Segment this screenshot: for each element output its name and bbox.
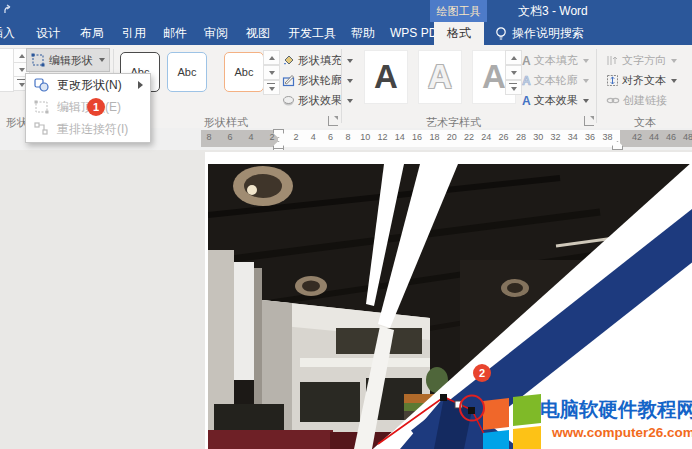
menu-item-change-shape[interactable]: 更改形状(N)	[26, 74, 150, 96]
ruler-number: 16	[412, 132, 422, 142]
ruler-number: 26	[499, 132, 509, 142]
text-outline-button[interactable]: A 文本轮廓	[522, 73, 589, 88]
ruler-number: 6	[227, 132, 232, 142]
tab-2[interactable]: 布局	[80, 22, 104, 45]
text-effects-button[interactable]: A 文本效果	[522, 93, 589, 108]
ruler-number: 18	[429, 132, 439, 142]
ruler-number: 44	[649, 132, 659, 142]
tell-me-search[interactable]: 操作说明搜索	[512, 22, 584, 45]
text-outline-icon: A	[522, 74, 531, 88]
ruler-number: 22	[464, 132, 474, 142]
wordart-scroll-down[interactable]	[505, 65, 522, 80]
text-fill-button[interactable]: A 文本填充	[522, 53, 589, 68]
group-separator	[596, 49, 597, 123]
wordart-more[interactable]	[505, 80, 522, 95]
tab-3[interactable]: 引用	[122, 22, 146, 45]
pencil-outline-icon	[282, 74, 295, 87]
shape-outline-button[interactable]: 形状轮廓	[282, 73, 353, 88]
ruler-number: 24	[481, 132, 491, 142]
tab-1[interactable]: 设计	[36, 22, 60, 45]
ruler-number: 14	[395, 132, 405, 142]
ruler-number: 34	[568, 132, 578, 142]
submenu-arrow-icon	[138, 81, 143, 89]
text-direction-button[interactable]: 文字方向	[606, 53, 677, 68]
document-picture: 电脑软硬件教程网 www.computer26.com 2	[205, 152, 692, 449]
change-shape-icon	[34, 78, 49, 92]
ruler-number: 2	[293, 132, 298, 142]
shape-effects-button[interactable]: 形状效果	[282, 93, 353, 108]
quick-access-icon[interactable]	[2, 3, 16, 17]
shape-styles-scroll-down[interactable]	[263, 65, 280, 80]
reroute-connectors-icon	[34, 122, 49, 136]
shape-style-2[interactable]: Abc	[167, 52, 207, 92]
ruler-number: 48	[683, 132, 692, 142]
edit-shape-button[interactable]: 编辑形状	[26, 48, 110, 72]
create-link-button[interactable]: 创建链接	[606, 93, 667, 108]
contextual-tab-header: 绘图工具	[430, 0, 487, 22]
ruler-left-margin	[201, 130, 278, 147]
document-canvas: 电脑软硬件教程网 www.computer26.com 2	[0, 150, 692, 449]
align-text-icon	[606, 74, 619, 87]
text-direction-icon	[606, 54, 619, 67]
ruler-number: 42	[632, 132, 642, 142]
ruler-number: 30	[533, 132, 543, 142]
chevron-down-icon	[99, 58, 105, 62]
step-2-badge-number: 2	[479, 367, 485, 379]
edit-points-icon	[34, 100, 49, 114]
paint-bucket-icon	[282, 54, 295, 67]
wordart-style-1[interactable]: A	[364, 50, 408, 104]
tab-6[interactable]: 视图	[246, 22, 270, 45]
wordart-dialog-launcher[interactable]	[584, 116, 594, 126]
ruler-number: 4	[248, 132, 253, 142]
shape-styles-scroll-up[interactable]	[263, 50, 280, 65]
ruler-number: 8	[206, 132, 211, 142]
edit-shape-label: 编辑形状	[49, 53, 93, 68]
tab-format[interactable]: 格式	[434, 22, 484, 45]
wordart-style-2[interactable]: A	[418, 50, 462, 104]
word-window: 绘图工具 文档3 - Word 插入设计布局引用邮件审阅视图开发工具帮助WPS …	[0, 0, 692, 449]
tab-8[interactable]: 帮助	[351, 22, 375, 45]
ruler-number: 46	[666, 132, 676, 142]
ruler-number: 36	[585, 132, 595, 142]
watermark-site-url: www.computer26.com	[551, 425, 692, 440]
title-bar	[0, 0, 692, 22]
ruler-number: 6	[328, 132, 333, 142]
tab-4[interactable]: 邮件	[163, 22, 187, 45]
ruler-number: 12	[377, 132, 387, 142]
edit-shape-icon	[31, 53, 45, 67]
chain-link-icon	[606, 94, 620, 107]
watermark-site-name: 电脑软硬件教程网	[540, 398, 692, 420]
ruler-number: 10	[360, 132, 370, 142]
document-title: 文档3 - Word	[518, 0, 588, 22]
ruler-number: 28	[516, 132, 526, 142]
ribbon-tab-bar: 插入设计布局引用邮件审阅视图开发工具帮助WPS PDF	[0, 22, 692, 45]
tab-7[interactable]: 开发工具	[288, 22, 336, 45]
text-fill-icon: A	[522, 54, 531, 68]
menu-item-reroute-connectors[interactable]: 重排连接符(I)	[26, 118, 150, 140]
lightbulb-icon[interactable]	[494, 26, 508, 42]
shape-styles-dialog-launcher[interactable]	[328, 116, 338, 126]
group-separator	[341, 49, 342, 123]
step-1-badge: 1	[87, 98, 105, 116]
shape-styles-more[interactable]	[263, 80, 280, 95]
ruler-number: 38	[602, 132, 612, 142]
ruler-number: 20	[447, 132, 457, 142]
tab-5[interactable]: 审阅	[204, 22, 228, 45]
vertex-handle[interactable]	[468, 407, 475, 414]
ruler-number: 4	[311, 132, 316, 142]
shapes-gallery-partial[interactable]	[0, 48, 14, 92]
ruler-number: 8	[345, 132, 350, 142]
document-page: 电脑软硬件教程网 www.computer26.com 2	[205, 152, 692, 449]
shape-fill-button[interactable]: 形状填充	[282, 53, 353, 68]
wordart-scroll-up[interactable]	[505, 50, 522, 65]
vertex-handle[interactable]	[440, 394, 447, 401]
tab-0[interactable]: 插入	[0, 22, 15, 45]
shape-style-3[interactable]: Abc	[224, 52, 264, 92]
shape-effects-icon	[282, 94, 295, 107]
text-effects-icon: A	[522, 94, 531, 108]
align-text-button[interactable]: 对齐文本	[606, 73, 677, 88]
ruler-number: 32	[550, 132, 560, 142]
